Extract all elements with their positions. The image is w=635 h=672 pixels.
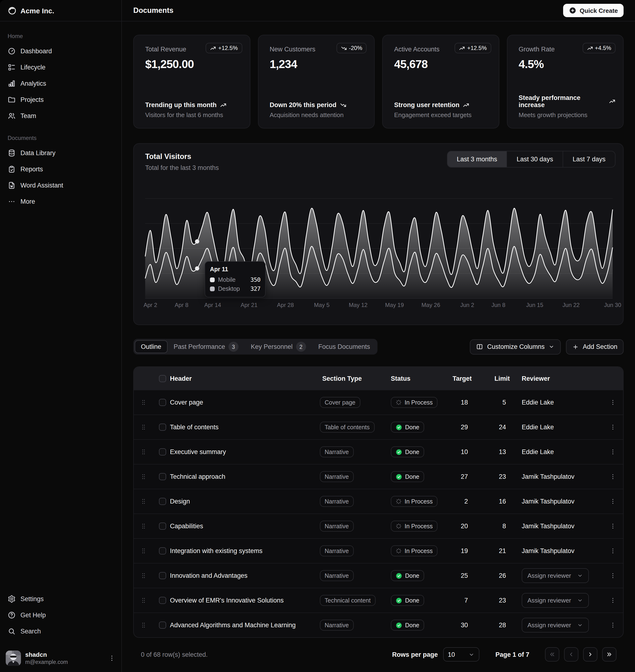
sidebar-user[interactable]: shadcn m@example.com xyxy=(0,644,122,672)
row-limit[interactable]: 23 xyxy=(472,597,510,604)
drag-handle-icon[interactable] xyxy=(134,572,153,579)
row-checkbox[interactable] xyxy=(159,522,166,530)
first-page-button[interactable] xyxy=(545,647,559,662)
drag-handle-icon[interactable] xyxy=(134,473,153,480)
row-menu-button[interactable] xyxy=(603,473,623,480)
row-limit[interactable]: 8 xyxy=(472,522,510,530)
select-all-checkbox[interactable] xyxy=(159,375,166,382)
row-checkbox[interactable] xyxy=(159,622,166,629)
table-row[interactable]: Table of contentsTable of contentsDone29… xyxy=(134,415,623,439)
tab-past-performance[interactable]: Past Performance3 xyxy=(168,340,245,353)
row-header[interactable]: Overview of EMR's Innovative Solutions xyxy=(170,597,320,604)
row-header[interactable]: Advanced Algorithms and Machine Learning xyxy=(170,622,320,629)
table-row[interactable]: Innovation and AdvantagesNarrativeDone25… xyxy=(134,563,623,588)
row-menu-button[interactable] xyxy=(603,498,623,505)
row-checkbox[interactable] xyxy=(159,547,166,555)
row-menu-button[interactable] xyxy=(603,522,623,530)
table-row[interactable]: CapabilitiesNarrativeIn Process208Jamik … xyxy=(134,514,623,538)
table-row[interactable]: Integration with existing systemsNarrati… xyxy=(134,538,623,563)
drag-handle-icon[interactable] xyxy=(134,399,153,406)
row-menu-button[interactable] xyxy=(603,448,623,455)
sidebar-item-search[interactable]: Search xyxy=(4,624,117,639)
sidebar-item-settings[interactable]: Settings xyxy=(4,591,117,606)
assign-reviewer-select[interactable]: Assign reviewer xyxy=(522,618,589,632)
row-target[interactable]: 30 xyxy=(448,622,472,629)
row-checkbox[interactable] xyxy=(159,572,166,579)
tab-outline[interactable]: Outline xyxy=(135,340,168,353)
row-limit[interactable]: 24 xyxy=(472,424,510,431)
sidebar-item-lifecycle[interactable]: Lifecycle xyxy=(4,60,117,75)
row-header[interactable]: Technical approach xyxy=(170,473,320,480)
row-menu-button[interactable] xyxy=(603,622,623,629)
next-page-button[interactable] xyxy=(583,647,597,662)
sidebar-item-projects[interactable]: Projects xyxy=(4,92,117,107)
table-row[interactable]: Advanced Algorithms and Machine Learning… xyxy=(134,612,623,637)
row-limit[interactable]: 28 xyxy=(472,622,510,629)
row-checkbox[interactable] xyxy=(159,424,166,431)
row-target[interactable]: 20 xyxy=(448,522,472,530)
quick-create-button[interactable]: Quick Create xyxy=(563,4,623,17)
table-row[interactable]: Technical approachNarrativeDone2723Jamik… xyxy=(134,464,623,489)
tab-key-personnel[interactable]: Key Personnel2 xyxy=(245,340,312,353)
sidebar-item-reports[interactable]: Reports xyxy=(4,161,117,177)
brand[interactable]: Acme Inc. xyxy=(0,0,122,21)
row-target[interactable]: 7 xyxy=(448,597,472,604)
assign-reviewer-select[interactable]: Assign reviewer xyxy=(522,593,589,608)
table-row[interactable]: DesignNarrativeIn Process216Jamik Tashpu… xyxy=(134,489,623,514)
last-page-button[interactable] xyxy=(602,647,616,662)
row-limit[interactable]: 16 xyxy=(472,498,510,505)
row-menu-button[interactable] xyxy=(603,399,623,406)
row-limit[interactable]: 26 xyxy=(472,572,510,579)
sidebar-item-dashboard[interactable]: Dashboard xyxy=(4,43,117,59)
sidebar-item-get-help[interactable]: Get Help xyxy=(4,607,117,623)
row-menu-button[interactable] xyxy=(603,597,623,604)
row-menu-button[interactable] xyxy=(603,424,623,431)
row-header[interactable]: Table of contents xyxy=(170,424,320,431)
rows-per-page-select[interactable]: 10 xyxy=(443,647,479,662)
drag-handle-icon[interactable] xyxy=(134,622,153,629)
drag-handle-icon[interactable] xyxy=(134,547,153,555)
drag-handle-icon[interactable] xyxy=(134,448,153,455)
row-limit[interactable]: 21 xyxy=(472,547,510,555)
row-checkbox[interactable] xyxy=(159,448,166,455)
row-limit[interactable]: 13 xyxy=(472,448,510,455)
row-target[interactable]: 2 xyxy=(448,498,472,505)
range-last-7-days[interactable]: Last 7 days xyxy=(563,151,615,167)
add-section-button[interactable]: Add Section xyxy=(566,339,623,354)
drag-handle-icon[interactable] xyxy=(134,424,153,431)
tab-focus-documents[interactable]: Focus Documents xyxy=(312,340,376,353)
row-header[interactable]: Capabilities xyxy=(170,522,320,530)
row-limit[interactable]: 5 xyxy=(472,399,510,406)
row-target[interactable]: 27 xyxy=(448,473,472,480)
range-last-30-days[interactable]: Last 30 days xyxy=(507,151,563,167)
table-row[interactable]: Executive summaryNarrativeDone1013Eddie … xyxy=(134,439,623,464)
row-header[interactable]: Executive summary xyxy=(170,448,320,455)
row-header[interactable]: Innovation and Advantages xyxy=(170,572,320,579)
prev-page-button[interactable] xyxy=(564,647,578,662)
table-row[interactable]: Overview of EMR's Innovative SolutionsTe… xyxy=(134,588,623,612)
customize-columns-button[interactable]: Customize Columns xyxy=(470,339,561,354)
row-checkbox[interactable] xyxy=(159,597,166,604)
assign-reviewer-select[interactable]: Assign reviewer xyxy=(522,568,589,583)
row-checkbox[interactable] xyxy=(159,498,166,505)
table-row[interactable]: Cover pageCover pageIn Process185Eddie L… xyxy=(134,390,623,415)
row-header[interactable]: Design xyxy=(170,498,320,505)
sidebar-item-word-assistant[interactable]: Word Assistant xyxy=(4,178,117,193)
row-header[interactable]: Integration with existing systems xyxy=(170,547,320,555)
row-target[interactable]: 10 xyxy=(448,448,472,455)
sidebar-item-team[interactable]: Team xyxy=(4,108,117,123)
sidebar-item-analytics[interactable]: Analytics xyxy=(4,76,117,91)
drag-handle-icon[interactable] xyxy=(134,597,153,604)
row-target[interactable]: 18 xyxy=(448,399,472,406)
row-menu-button[interactable] xyxy=(603,547,623,555)
row-target[interactable]: 29 xyxy=(448,424,472,431)
row-limit[interactable]: 23 xyxy=(472,473,510,480)
row-menu-button[interactable] xyxy=(603,572,623,579)
drag-handle-icon[interactable] xyxy=(134,522,153,530)
row-checkbox[interactable] xyxy=(159,399,166,406)
row-header[interactable]: Cover page xyxy=(170,399,320,406)
sidebar-item-data-library[interactable]: Data Library xyxy=(4,145,117,160)
row-target[interactable]: 19 xyxy=(448,547,472,555)
sidebar-item-more[interactable]: More xyxy=(4,194,117,209)
row-target[interactable]: 25 xyxy=(448,572,472,579)
